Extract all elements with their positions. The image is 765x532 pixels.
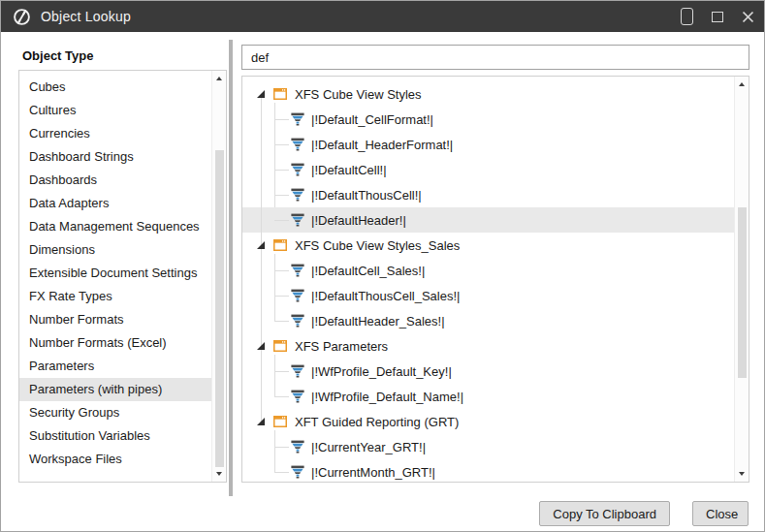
- object-lookup-dialog: Object Lookup Object Type CubesCulturesC…: [0, 0, 765, 532]
- object-type-list: CubesCulturesCurrenciesDashboard Strings…: [18, 70, 227, 483]
- tree-item-label: |!CurrentMonth_GRT!|: [311, 465, 435, 480]
- group-folder-icon: [273, 88, 287, 100]
- object-type-item[interactable]: Dimensions: [19, 238, 211, 262]
- tree-group-row[interactable]: XFS Cube View Styles_Sales: [242, 233, 734, 258]
- tree-group-label: XFS Parameters: [295, 339, 388, 354]
- funnel-icon: [291, 364, 304, 378]
- tree-item-label: |!DefaultThousCell!|: [311, 188, 422, 203]
- funnel-icon: [291, 289, 304, 302]
- expander-expanded-icon[interactable]: [256, 240, 266, 250]
- app-logo-icon: [13, 8, 31, 26]
- expander-expanded-icon[interactable]: [256, 341, 266, 351]
- object-type-item[interactable]: Workspace Files: [19, 448, 211, 471]
- close-button[interactable]: Close: [692, 501, 749, 526]
- funnel-icon: [291, 213, 304, 227]
- funnel-icon: [291, 465, 304, 479]
- tree-group-row[interactable]: XFS Parameters: [242, 333, 734, 359]
- tree-group-label: XFS Cube View Styles_Sales: [295, 238, 460, 253]
- expander-expanded-icon[interactable]: [256, 89, 266, 99]
- tree-item-label: |!DefaultCell_Sales!|: [311, 264, 425, 278]
- object-type-header: Object Type: [22, 48, 93, 63]
- funnel-icon: [291, 188, 304, 202]
- close-icon[interactable]: [742, 11, 754, 23]
- funnel-icon: [291, 390, 304, 403]
- tree-item-row[interactable]: |!DefaultThousCell!|: [242, 182, 734, 207]
- group-folder-icon: [273, 340, 287, 352]
- tree-scrollbar[interactable]: [734, 77, 749, 482]
- tree-item-label: |!DefaultHeader!|: [311, 213, 406, 228]
- object-type-item[interactable]: Dashboard Strings: [19, 145, 211, 169]
- expander-expanded-icon[interactable]: [256, 417, 266, 426]
- copy-to-clipboard-button[interactable]: Copy To Clipboard: [539, 501, 670, 526]
- object-type-item[interactable]: Data Management Sequences: [19, 215, 211, 238]
- object-type-item[interactable]: Number Formats: [19, 308, 211, 331]
- object-tree: XFS Cube View Styles |!Default_CellForma…: [241, 76, 749, 483]
- document-icon[interactable]: [681, 8, 693, 25]
- funnel-icon: [291, 314, 304, 328]
- tree-group-row[interactable]: XFT Guided Reporting (GRT): [242, 409, 734, 434]
- tree-item-label: |!Default_HeaderFormat!|: [311, 138, 453, 152]
- tree-item-label: |!CurrentYear_GRT!|: [311, 440, 426, 454]
- object-type-item[interactable]: Cultures: [19, 99, 211, 122]
- tree-item-row[interactable]: |!CurrentMonth_GRT!|: [242, 459, 734, 483]
- funnel-icon: [291, 264, 304, 277]
- object-type-item[interactable]: Currencies: [19, 122, 211, 145]
- scrollbar-down-arrow[interactable]: [735, 467, 749, 481]
- funnel-icon: [291, 138, 304, 151]
- funnel-icon: [291, 163, 304, 176]
- scrollbar-thumb[interactable]: [215, 150, 224, 467]
- object-type-item[interactable]: Substitution Variables: [19, 424, 211, 448]
- scrollbar-up-arrow[interactable]: [735, 78, 749, 91]
- tree-group-row[interactable]: XFS Cube View Styles: [242, 81, 734, 107]
- object-type-item[interactable]: Extensible Document Settings: [19, 262, 211, 285]
- group-folder-icon: [273, 239, 287, 251]
- tree-item-row[interactable]: |!CurrentYear_GRT!|: [242, 434, 734, 459]
- tree-item-label: |!WfProfile_Default_Key!|: [311, 364, 452, 379]
- tree-item-row[interactable]: |!WfProfile_Default_Key!|: [242, 359, 734, 384]
- tree-group-label: XFT Guided Reporting (GRT): [295, 415, 459, 429]
- scrollbar-up-arrow[interactable]: [212, 72, 226, 85]
- object-type-item[interactable]: Data Adapters: [19, 192, 211, 215]
- tree-item-row[interactable]: |!DefaultCell!|: [242, 157, 734, 182]
- funnel-icon: [291, 112, 304, 126]
- tree-item-label: |!Default_CellFormat!|: [311, 112, 433, 127]
- tree-item-row[interactable]: |!Default_CellFormat!|: [242, 107, 734, 132]
- tree-item-row[interactable]: |!DefaultHeader!|: [242, 207, 734, 233]
- tree-root-guide-line: [261, 94, 262, 422]
- tree-item-row[interactable]: |!Default_HeaderFormat!|: [242, 132, 734, 157]
- object-type-scrollbar[interactable]: [211, 71, 226, 482]
- panel-splitter[interactable]: [229, 40, 233, 496]
- tree-item-row[interactable]: |!DefaultCell_Sales!|: [242, 258, 734, 283]
- dialog-content: Object Type CubesCulturesCurrenciesDashb…: [1, 32, 764, 531]
- titlebar-buttons: [681, 8, 754, 25]
- tree-item-row[interactable]: |!WfProfile_Default_Name!|: [242, 384, 734, 409]
- tree-item-label: |!DefaultCell!|: [311, 163, 387, 177]
- tree-group-label: XFS Cube View Styles: [295, 87, 422, 102]
- search-input[interactable]: [241, 45, 749, 70]
- titlebar[interactable]: Object Lookup: [1, 1, 764, 32]
- tree-item-row[interactable]: |!DefaultThousCell_Sales!|: [242, 283, 734, 308]
- object-type-item[interactable]: Number Formats (Excel): [19, 331, 211, 355]
- window-title: Object Lookup: [41, 9, 131, 24]
- group-folder-icon: [273, 416, 287, 427]
- object-type-item[interactable]: Parameters: [19, 355, 211, 378]
- maximize-icon[interactable]: [712, 12, 723, 22]
- object-type-item[interactable]: Dashboards: [19, 169, 211, 192]
- tree-item-row[interactable]: |!DefaultHeader_Sales!|: [242, 308, 734, 333]
- scrollbar-thumb[interactable]: [738, 207, 747, 378]
- object-type-item[interactable]: Parameters (with pipes): [19, 378, 211, 401]
- tree-item-label: |!DefaultHeader_Sales!|: [311, 314, 445, 329]
- tree-item-label: |!WfProfile_Default_Name!|: [311, 390, 463, 404]
- object-type-item[interactable]: Security Groups: [19, 401, 211, 424]
- tree-item-label: |!DefaultThousCell_Sales!|: [311, 289, 460, 303]
- funnel-icon: [291, 440, 304, 454]
- object-type-item[interactable]: Cubes: [19, 76, 211, 99]
- object-type-item[interactable]: FX Rate Types: [19, 285, 211, 308]
- scrollbar-down-arrow[interactable]: [212, 467, 226, 481]
